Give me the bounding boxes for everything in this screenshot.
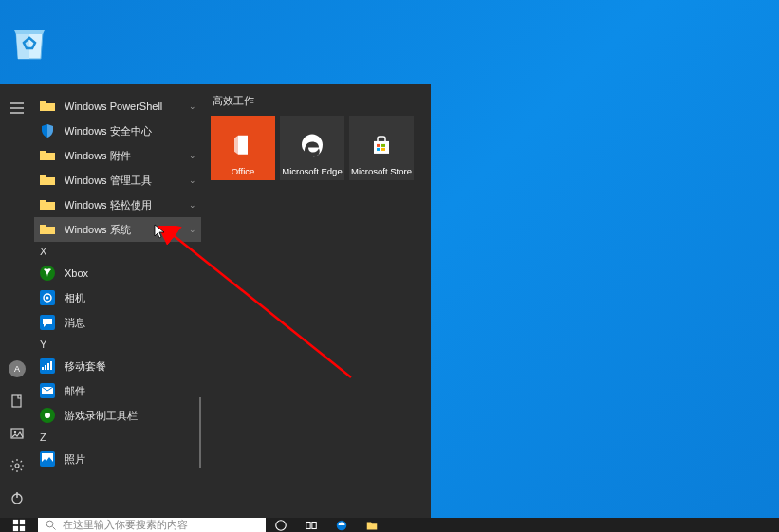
taskbar-edge-icon[interactable] bbox=[326, 518, 357, 532]
chevron-down-icon: ⌄ bbox=[184, 101, 201, 111]
tile-store[interactable]: Microsoft Store bbox=[349, 116, 414, 180]
edge-icon bbox=[299, 132, 325, 160]
start-rail: A bbox=[0, 84, 34, 518]
letter-header-x[interactable]: X bbox=[34, 242, 201, 261]
documents-icon[interactable] bbox=[0, 385, 34, 417]
chevron-down-icon: ⌄ bbox=[184, 225, 201, 234]
tile-label: Microsoft Edge bbox=[282, 166, 342, 176]
message-icon bbox=[38, 313, 57, 332]
store-icon bbox=[370, 134, 393, 158]
svg-rect-22 bbox=[381, 148, 385, 151]
settings-icon[interactable] bbox=[0, 449, 34, 482]
svg-rect-26 bbox=[13, 525, 18, 530]
app-item-windows-system[interactable]: Windows 系统 ⌄ bbox=[34, 217, 201, 242]
svg-point-3 bbox=[15, 464, 19, 468]
user-avatar[interactable]: A bbox=[0, 353, 34, 385]
svg-rect-21 bbox=[377, 148, 380, 151]
office-icon bbox=[231, 133, 255, 159]
folder-icon bbox=[38, 146, 57, 165]
svg-rect-0 bbox=[12, 395, 21, 407]
app-item-camera[interactable]: 相机 bbox=[34, 285, 201, 310]
tile-edge[interactable]: Microsoft Edge bbox=[280, 116, 344, 180]
tile-label: Office bbox=[232, 166, 255, 176]
folder-icon bbox=[38, 171, 57, 190]
app-label: Windows 安全中心 bbox=[65, 124, 201, 138]
mail-icon bbox=[38, 381, 57, 400]
photos-icon bbox=[38, 449, 57, 468]
app-item-powershell[interactable]: Windows PowerShell ⌄ bbox=[34, 94, 201, 119]
app-label: Windows PowerShell bbox=[65, 101, 184, 112]
svg-point-14 bbox=[45, 413, 50, 418]
folder-icon bbox=[38, 220, 57, 239]
letter-header-y[interactable]: Y bbox=[34, 335, 201, 354]
app-label: Xbox bbox=[65, 267, 201, 279]
xbox-icon bbox=[38, 264, 57, 283]
app-label: 邮件 bbox=[65, 384, 201, 398]
start-button[interactable] bbox=[0, 518, 38, 532]
gamebar-icon bbox=[38, 406, 57, 425]
svg-point-28 bbox=[46, 521, 53, 527]
app-label: Windows 附件 bbox=[65, 149, 184, 163]
letter-header-z[interactable]: Z bbox=[34, 428, 201, 447]
svg-rect-31 bbox=[312, 522, 316, 528]
app-label: Windows 系统 bbox=[65, 223, 184, 237]
task-view-icon[interactable] bbox=[296, 518, 326, 532]
app-item-messaging[interactable]: 消息 bbox=[34, 310, 201, 335]
app-item-accessories[interactable]: Windows 附件 ⌄ bbox=[34, 143, 201, 168]
chevron-down-icon: ⌄ bbox=[184, 175, 201, 185]
taskbar: 在这里输入你要搜索的内容 bbox=[0, 518, 779, 532]
search-placeholder: 在这里输入你要搜索的内容 bbox=[63, 518, 188, 532]
hamburger-icon[interactable] bbox=[0, 92, 34, 124]
app-label: 移动套餐 bbox=[65, 359, 201, 374]
svg-rect-17 bbox=[238, 136, 248, 155]
svg-rect-30 bbox=[306, 522, 310, 528]
app-label: Windows 轻松使用 bbox=[65, 198, 184, 212]
app-label: 消息 bbox=[65, 316, 201, 330]
tiles-panel: 高效工作 Office Microsoft Edge Microsoft Sto… bbox=[201, 84, 431, 518]
shield-icon bbox=[38, 121, 57, 140]
tiles-group-header[interactable]: 高效工作 bbox=[211, 94, 421, 108]
svg-rect-19 bbox=[377, 144, 380, 147]
app-item-security[interactable]: Windows 安全中心 bbox=[34, 119, 201, 143]
svg-point-29 bbox=[276, 520, 287, 530]
camera-icon bbox=[38, 288, 57, 307]
taskbar-search[interactable]: 在这里输入你要搜索的内容 bbox=[38, 518, 266, 532]
app-item-admin-tools[interactable]: Windows 管理工具 ⌄ bbox=[34, 168, 201, 193]
taskbar-explorer-icon[interactable] bbox=[357, 518, 387, 532]
app-item-gamebar[interactable]: 游戏录制工具栏 bbox=[34, 403, 201, 428]
tile-label: Microsoft Store bbox=[351, 166, 412, 176]
app-item-mail[interactable]: 邮件 bbox=[34, 378, 201, 403]
scrollbar-thumb[interactable] bbox=[199, 397, 201, 468]
cortana-icon[interactable] bbox=[266, 518, 296, 532]
svg-rect-27 bbox=[20, 525, 25, 530]
power-icon[interactable] bbox=[0, 482, 34, 514]
folder-icon bbox=[38, 97, 57, 116]
app-label: 相机 bbox=[65, 291, 201, 305]
app-label: 游戏录制工具栏 bbox=[65, 409, 201, 423]
recycle-bin-icon[interactable] bbox=[3, 19, 56, 68]
svg-rect-25 bbox=[20, 519, 25, 523]
chevron-down-icon: ⌄ bbox=[184, 151, 201, 160]
app-label: Windows 管理工具 bbox=[65, 174, 184, 188]
svg-rect-18 bbox=[374, 141, 389, 154]
app-item-xbox[interactable]: Xbox bbox=[34, 261, 201, 285]
tile-office[interactable]: Office bbox=[211, 116, 275, 180]
folder-icon bbox=[38, 195, 57, 214]
svg-rect-24 bbox=[13, 519, 18, 523]
app-item-photos[interactable]: 照片 bbox=[34, 447, 201, 471]
svg-rect-20 bbox=[381, 144, 385, 147]
app-label: 照片 bbox=[65, 452, 201, 467]
svg-point-8 bbox=[46, 297, 49, 300]
all-apps-list: Windows PowerShell ⌄ Windows 安全中心 Window… bbox=[34, 84, 201, 518]
svg-point-2 bbox=[14, 431, 16, 433]
app-item-ease-of-access[interactable]: Windows 轻松使用 ⌄ bbox=[34, 193, 201, 217]
chevron-down-icon: ⌄ bbox=[184, 200, 201, 210]
start-menu: A Windows PowerShell ⌄ Windows 安全中心 bbox=[0, 84, 431, 518]
cellular-icon bbox=[38, 357, 57, 376]
pictures-icon[interactable] bbox=[0, 417, 34, 449]
app-item-mobile-plans[interactable]: 移动套餐 bbox=[34, 354, 201, 378]
search-icon bbox=[46, 520, 57, 531]
